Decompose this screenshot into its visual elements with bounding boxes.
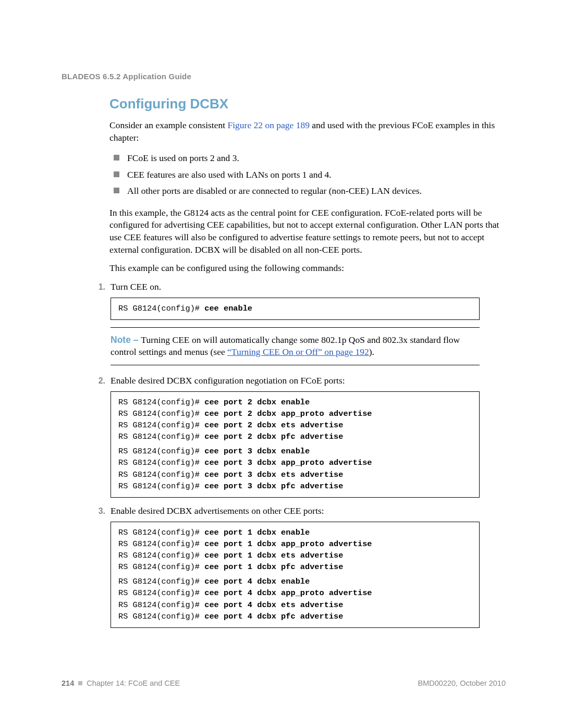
code-prompt: RS G8124(config)# — [118, 551, 204, 560]
code-command: cee port 1 dcbx app_proto advertise — [204, 539, 372, 549]
intro-bullets: FCoE is used on ports 2 and 3. CEE featu… — [109, 150, 506, 200]
step-2: 2. Enable desired DCBX configuration neg… — [94, 375, 506, 498]
step-3: 3. Enable desired DCBX advertisements on… — [94, 505, 506, 628]
footer-square-icon — [78, 681, 82, 685]
page-footer: 214 Chapter 14: FCoE and CEE BMD00220, O… — [62, 679, 506, 687]
code-prompt: RS G8124(config)# — [118, 421, 204, 430]
code-prompt: RS G8124(config)# — [118, 588, 204, 598]
code-prompt: RS G8124(config)# — [118, 458, 204, 467]
code-command: cee port 4 dcbx app_proto advertise — [204, 588, 372, 598]
step-2-codebox: RS G8124(config)# cee port 2 dcbx enable… — [111, 391, 480, 498]
code-prompt: RS G8124(config)# — [118, 482, 204, 491]
step-3-number: 3. — [94, 507, 105, 516]
code-command: cee port 2 dcbx app_proto advertise — [204, 409, 372, 418]
code-command: cee port 3 dcbx pfc advertise — [204, 482, 343, 491]
intro-paragraph: Consider an example consistent Figure 22… — [109, 119, 506, 144]
code-command: cee port 3 dcbx app_proto advertise — [204, 458, 372, 467]
code-command: cee port 1 dcbx pfc advertise — [204, 562, 343, 572]
step-1-note: Note – Turning CEE on will automatically… — [111, 327, 480, 365]
code-prompt: RS G8124(config)# — [118, 600, 204, 610]
step-2-head: 2. Enable desired DCBX configuration neg… — [94, 375, 506, 387]
note-body-after: ). — [369, 347, 374, 357]
step-3-codebox: RS G8124(config)# cee port 1 dcbx enable… — [111, 522, 480, 628]
code-prompt: RS G8124(config)# — [118, 528, 204, 537]
step-3-text: Enable desired DCBX advertisements on ot… — [111, 505, 324, 517]
code-command: cee port 4 dcbx pfc advertise — [204, 612, 343, 621]
paragraph-2: In this example, the G8124 acts as the c… — [109, 207, 506, 256]
code-command: cee port 4 dcbx enable — [204, 577, 310, 586]
step-2-text: Enable desired DCBX configuration negoti… — [111, 375, 345, 387]
code-command: cee port 1 dcbx enable — [204, 528, 310, 537]
step-1-codebox: RS G8124(config)# cee enable — [111, 298, 480, 320]
footer-chapter: Chapter 14: FCoE and CEE — [87, 679, 180, 687]
step-2-number: 2. — [94, 376, 105, 386]
code-command: cee port 2 dcbx pfc advertise — [204, 432, 343, 441]
code-prompt: RS G8124(config)# — [118, 398, 204, 407]
code-command: cee port 1 dcbx ets advertise — [204, 551, 343, 560]
paragraph-3: This example can be configured using the… — [109, 262, 506, 275]
step-1-head: 1. Turn CEE on. — [94, 281, 506, 293]
steps: 1. Turn CEE on. RS G8124(config)# cee en… — [94, 281, 506, 628]
footer-right: BMD00220, October 2010 — [418, 679, 506, 687]
footer-left: 214 Chapter 14: FCoE and CEE — [62, 679, 180, 687]
code-prompt: RS G8124(config)# — [118, 470, 204, 479]
code-prompt: RS G8124(config)# — [118, 432, 204, 441]
code-prompt: RS G8124(config)# — [118, 612, 204, 621]
code-command: cee port 2 dcbx enable — [204, 398, 310, 407]
step-1: 1. Turn CEE on. RS G8124(config)# cee en… — [94, 281, 506, 365]
code-prompt: RS G8124(config)# — [118, 409, 204, 418]
step-1-number: 1. — [94, 282, 105, 292]
code-prompt: RS G8124(config)# — [118, 304, 204, 313]
code-command: cee port 3 dcbx enable — [204, 447, 310, 456]
bullet-item: CEE features are also used with LANs on … — [109, 167, 506, 183]
code-command: cee port 2 dcbx ets advertise — [204, 421, 343, 430]
note-label: Note – — [111, 335, 141, 345]
code-prompt: RS G8124(config)# — [118, 447, 204, 456]
running-header: BLADEOS 6.5.2 Application Guide — [62, 72, 191, 81]
intro-text-before: Consider an example consistent — [109, 120, 227, 130]
code-gap — [118, 573, 472, 576]
note-xref-link[interactable]: “Turning CEE On or Off” on page 192 — [227, 347, 369, 357]
step-3-head: 3. Enable desired DCBX advertisements on… — [94, 505, 506, 517]
code-command: cee enable — [204, 304, 252, 313]
code-gap — [118, 442, 472, 446]
section-title: Configuring DCBX — [109, 96, 506, 112]
code-prompt: RS G8124(config)# — [118, 539, 204, 549]
bullet-item: All other ports are disabled or are conn… — [109, 183, 506, 200]
figure-xref-link[interactable]: Figure 22 on page 189 — [227, 120, 309, 130]
page: BLADEOS 6.5.2 Application Guide Configur… — [0, 0, 563, 728]
code-prompt: RS G8124(config)# — [118, 577, 204, 586]
code-command: cee port 3 dcbx ets advertise — [204, 470, 343, 479]
code-prompt: RS G8124(config)# — [118, 562, 204, 572]
page-number: 214 — [62, 679, 74, 687]
step-1-text: Turn CEE on. — [111, 281, 161, 293]
bullet-item: FCoE is used on ports 2 and 3. — [109, 150, 506, 167]
main-content: Configuring DCBX Consider an example con… — [109, 96, 506, 628]
code-command: cee port 4 dcbx ets advertise — [204, 600, 343, 610]
